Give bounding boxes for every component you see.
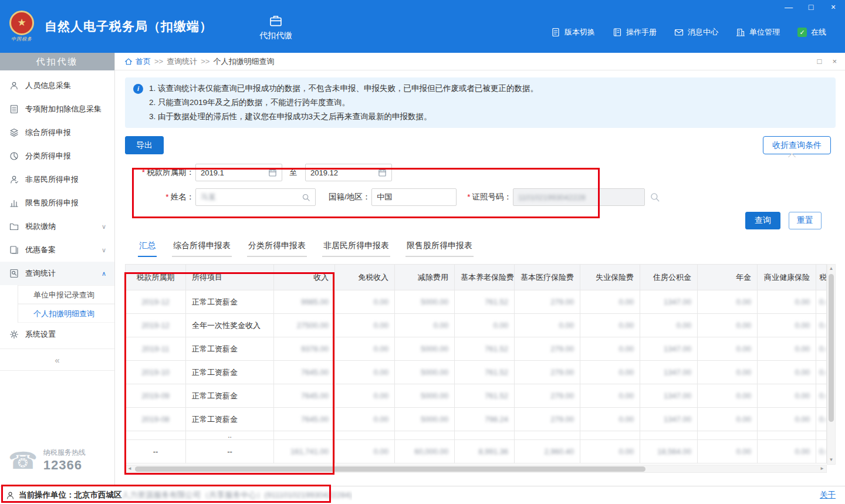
cell: 0.00: [580, 314, 640, 337]
scroll-up-icon[interactable]: ▲: [827, 265, 836, 273]
cell: 0.00: [698, 290, 758, 314]
minimize-button[interactable]: —: [783, 2, 795, 12]
calendar-icon[interactable]: [268, 168, 277, 177]
period-start-value: 2019.1: [201, 168, 265, 177]
sidebar-subitem-unit-declaration-records[interactable]: 单位申报记录查询: [18, 285, 114, 304]
horizontal-scroll-thumb[interactable]: [135, 466, 645, 472]
scroll-left-icon[interactable]: ◄: [126, 465, 134, 473]
period-start-input[interactable]: 2019.1: [195, 164, 282, 181]
tab-nonresident-income-form[interactable]: 非居民所得申报表: [322, 236, 390, 257]
table-row[interactable]: 2019-12正常工资薪金9985.000.005000.00761.52279…: [126, 290, 827, 314]
breadcrumb-item: 查询统计: [167, 56, 197, 67]
topnav-label: 版本切换: [565, 27, 595, 38]
sidebar-item-label: 专项附加扣除信息采集: [25, 104, 102, 114]
nationality-input[interactable]: 中国: [371, 188, 457, 206]
result-tabs: 汇总综合所得申报表分类所得申报表非居民所得申报表限售股所得申报表: [125, 236, 836, 257]
sidebar-item-nonresident-income[interactable]: 非居民所得申报: [0, 168, 114, 191]
search-icon[interactable]: [650, 192, 660, 202]
topnav-label: 单位管理: [749, 27, 780, 38]
person-icon: [6, 491, 15, 500]
topnav-manual[interactable]: 操作手册: [613, 27, 657, 38]
cell: 0.00: [698, 361, 758, 384]
table-row[interactable]: 2019-10正常工资薪金7645.000.005000.00761.52279…: [126, 361, 827, 384]
sidebar-item-label: 综合所得申报: [25, 127, 71, 138]
column-header: 收入: [274, 265, 335, 290]
name-label: 姓名：: [125, 192, 194, 202]
mail-icon: [674, 28, 684, 37]
cell: 279.00: [515, 408, 580, 431]
sidebar-item-tax-payment[interactable]: 税款缴纳∨: [0, 215, 114, 238]
scroll-right-icon[interactable]: ►: [818, 465, 826, 473]
period-end-input[interactable]: 2019.12: [305, 164, 392, 181]
chevron-down-icon: ∨: [102, 246, 106, 254]
cell: ..: [186, 431, 274, 440]
cell: 0.00: [758, 337, 816, 361]
content-area: i 1. 该查询统计表仅能查询已申报成功的数据，不包含未申报、申报失败，已申报但…: [115, 70, 845, 486]
sidebar-item-query-statistics[interactable]: 查询统计∧: [0, 262, 114, 285]
topnav-version-switch[interactable]: 版本切换: [551, 27, 595, 38]
nationality-label: 国籍/地区：: [329, 192, 370, 202]
toolbar: 导出 收折查询条件: [125, 136, 836, 154]
tab-comprehensive-income-form[interactable]: 综合所得申报表: [172, 236, 232, 257]
sidebar-submenu: 单位申报记录查询个人扣缴明细查询: [18, 285, 114, 323]
collapse-query-button[interactable]: 收折查询条件: [763, 136, 831, 154]
column-header: 商业健康保险: [758, 265, 816, 290]
hotline: ☎ 纳税服务热线 12366: [0, 442, 114, 486]
calendar-icon[interactable]: [378, 168, 387, 177]
panel-restore-icon[interactable]: □: [817, 57, 822, 66]
vertical-scroll-thumb[interactable]: [829, 274, 834, 422]
tab-restricted-shares-form[interactable]: 限售股所得申报表: [405, 236, 474, 257]
restore-button[interactable]: □: [805, 2, 817, 12]
cell: 5000.00: [395, 290, 455, 314]
window-controls: — □ ×: [783, 2, 839, 12]
sidebar-item-classified-income[interactable]: 分类所得申报: [0, 144, 114, 168]
sidebar-item-label: 系统设置: [25, 329, 56, 340]
panel-close-icon[interactable]: ×: [832, 57, 837, 66]
sidebar-item-restricted-shares[interactable]: 限售股所得申报: [0, 191, 114, 215]
search-icon[interactable]: [302, 193, 310, 202]
app-window: — □ × 中国税务 自然人电子税务局（扣缴端） 代扣代缴 版本切换操作手册消息…: [0, 0, 845, 504]
tab-summary[interactable]: 汇总: [138, 236, 157, 257]
sidebar-collapse-button[interactable]: «: [0, 349, 114, 371]
cell: 60,000.00: [395, 440, 455, 464]
breadcrumb-current: 个人扣缴明细查询: [213, 56, 274, 67]
table-row[interactable]: 2019-11正常工资薪金9378.000.005000.00761.52279…: [126, 337, 827, 361]
cell: 7645.00: [274, 408, 335, 431]
sidebar-item-label: 优惠备案: [25, 245, 56, 255]
reset-button[interactable]: 重置: [789, 212, 822, 229]
cell: 0.00: [816, 290, 827, 314]
sidebar-item-preferential-filing[interactable]: 优惠备案∨: [0, 238, 114, 262]
breadcrumb-home[interactable]: 首页: [124, 56, 151, 67]
cell: 5000.00: [395, 384, 455, 408]
topnav-message-center[interactable]: 消息中心: [674, 27, 718, 38]
name-input[interactable]: 马某: [195, 188, 316, 206]
cell: 0.00: [335, 408, 395, 431]
topnav-online[interactable]: ✓在线: [797, 27, 826, 38]
cell: 0.00: [455, 314, 515, 337]
table-total-row[interactable]: ----161,741.000.0060,000.008,991.362,960…: [126, 440, 827, 464]
sidebar-item-special-deduction[interactable]: 专项附加扣除信息采集: [0, 97, 114, 121]
table-row[interactable]: 2019-12全年一次性奖金收入27500.000.000.000.000.00…: [126, 314, 827, 337]
sidebar-item-comprehensive-income[interactable]: 综合所得申报: [0, 121, 114, 144]
search-button[interactable]: 查询: [745, 212, 780, 229]
sidebar-item-system-settings[interactable]: 系统设置: [0, 323, 114, 346]
scroll-down-icon[interactable]: ▼: [827, 456, 836, 464]
table-row-clipped: ..: [126, 431, 827, 440]
table-row[interactable]: 2019-08正常工资薪金7645.000.005000.00798.24279…: [126, 408, 827, 431]
tab-classified-income-form[interactable]: 分类所得申报表: [247, 236, 307, 257]
id-input[interactable]: 1101021993042228: [513, 188, 645, 206]
about-link[interactable]: 关于: [820, 490, 836, 500]
vertical-scrollbar[interactable]: ▲ ▼: [827, 264, 836, 465]
sidebar-subitem-personal-withholding-detail[interactable]: 个人扣缴明细查询: [18, 304, 114, 323]
horizontal-scrollbar[interactable]: ◄ ►: [125, 465, 827, 473]
topnav-org-management[interactable]: 单位管理: [736, 27, 780, 38]
close-button[interactable]: ×: [827, 2, 839, 12]
table-row[interactable]: 2019-09正常工资薪金7645.000.005000.00761.52279…: [126, 384, 827, 408]
module-tab-withholding[interactable]: 代扣代缴: [259, 12, 292, 41]
export-button[interactable]: 导出: [125, 136, 164, 154]
cell: 2019-12: [126, 314, 186, 337]
topnav-label: 在线: [811, 27, 826, 38]
notice-line: 2. 只能查询2019年及之后的数据，不能进行跨年度查询。: [149, 96, 538, 110]
sidebar-item-personnel-info[interactable]: 人员信息采集: [0, 74, 114, 97]
table-header-row: 税款所属期所得项目收入免税收入减除费用基本养老保险费基本医疗保险费失业保险费住房…: [126, 265, 827, 290]
